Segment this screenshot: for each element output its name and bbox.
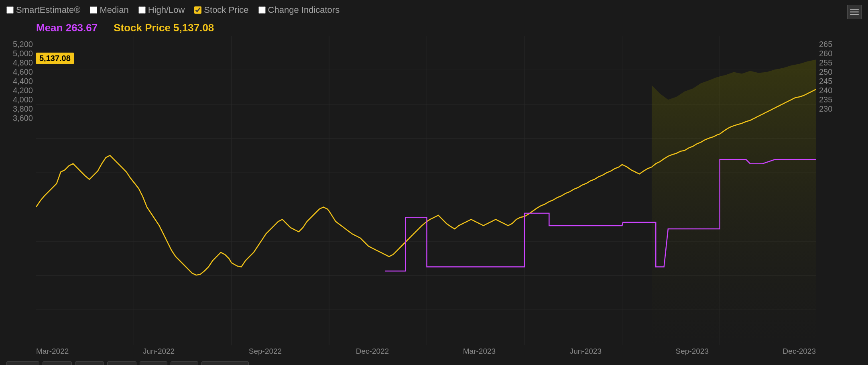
btn-1m[interactable]: 1M: [43, 361, 72, 365]
chart-wrapper: 5,2005,0004,8004,6004,4004,2004,0003,800…: [0, 36, 868, 357]
y-left-tick: 4,600: [3, 67, 33, 77]
x-label-6: Sep-2023: [676, 347, 709, 356]
y-right-tick: 240: [819, 86, 865, 95]
highlow-checkbox[interactable]: [138, 6, 146, 14]
changeindicators-toggle[interactable]: Change Indicators: [258, 5, 340, 15]
smartestimate-toggle[interactable]: SmartEstimate®: [6, 5, 80, 15]
y-left-tick: 4,000: [3, 95, 33, 104]
y-right-tick: 255: [819, 58, 865, 67]
btn-3m[interactable]: 3M: [75, 361, 104, 365]
y-left-tick: 3,600: [3, 114, 33, 123]
y-left-tick: 4,800: [3, 58, 33, 67]
svg-marker-18: [652, 60, 816, 345]
y-right-tick: 235: [819, 95, 865, 104]
y-right-tick: 245: [819, 77, 865, 86]
btn-6m[interactable]: 6M: [107, 361, 136, 365]
chart-area: [36, 36, 816, 345]
legend-mean: Mean 263.67: [36, 22, 98, 34]
btn-1y[interactable]: 1Y: [140, 361, 167, 365]
median-label: Median: [100, 5, 128, 15]
svg-rect-2: [850, 14, 859, 15]
y-right-tick: 230: [819, 104, 865, 114]
mean-value: 263.67: [66, 22, 98, 34]
y-right-tick: 250: [819, 67, 865, 77]
stock-value: 5,137.08: [173, 22, 214, 34]
median-toggle[interactable]: Median: [90, 5, 128, 15]
y-left-tick: 5,000: [3, 49, 33, 58]
changeindicators-label: Change Indicators: [268, 5, 340, 15]
highlow-toggle[interactable]: High/Low: [138, 5, 185, 15]
changeindicators-checkbox[interactable]: [258, 6, 266, 14]
y-right-tick: 265: [819, 40, 865, 49]
y-right-tick: 260: [819, 49, 865, 58]
chart-svg: [36, 36, 816, 345]
x-label-0: Mar-2022: [36, 347, 69, 356]
highlow-label: High/Low: [148, 5, 185, 15]
stockprice-checkbox[interactable]: [194, 6, 201, 14]
btn-custom[interactable]: Custom: [201, 361, 249, 365]
legend-area: Mean 263.67 Stock Price 5,137.08: [0, 20, 868, 36]
legend-stock: Stock Price 5,137.08: [114, 22, 214, 34]
stockprice-label: Stock Price: [204, 5, 248, 15]
chart-container: SmartEstimate® Median High/Low Stock Pri…: [0, 0, 868, 365]
y-left-tick: 4,200: [3, 86, 33, 95]
x-label-5: Jun-2023: [570, 347, 602, 356]
btn-15d[interactable]: 15D: [6, 361, 39, 365]
median-checkbox[interactable]: [90, 6, 97, 14]
settings-button[interactable]: [847, 5, 862, 19]
stockprice-toggle[interactable]: Stock Price: [194, 5, 248, 15]
bottom-controls: 15D 1M 3M 6M 1Y 2Y Custom: [0, 357, 868, 365]
y-axis-right: 265260255250245240235230: [816, 36, 868, 126]
mean-label: Mean: [36, 22, 63, 34]
y-left-tick: 3,800: [3, 104, 33, 114]
y-left-tick: 4,400: [3, 77, 33, 86]
svg-rect-1: [850, 12, 859, 13]
x-label-1: Jun-2022: [143, 347, 175, 356]
current-price-badge: 5,137.08: [36, 53, 74, 64]
x-axis: Mar-2022 Jun-2022 Sep-2022 Dec-2022 Mar-…: [36, 345, 816, 357]
btn-2y[interactable]: 2Y: [171, 361, 198, 365]
x-label-4: Mar-2023: [463, 347, 496, 356]
smartestimate-label: SmartEstimate®: [16, 5, 80, 15]
y-left-tick: 5,200: [3, 40, 33, 49]
x-label-3: Dec-2022: [356, 347, 389, 356]
stock-label: Stock Price: [114, 22, 171, 34]
svg-rect-0: [850, 9, 859, 10]
x-label-7: Dec-2023: [783, 347, 816, 356]
x-label-2: Sep-2022: [249, 347, 282, 356]
toolbar: SmartEstimate® Median High/Low Stock Pri…: [0, 0, 868, 20]
smartestimate-checkbox[interactable]: [6, 6, 14, 14]
y-axis-left: 5,2005,0004,8004,6004,4004,2004,0003,800…: [0, 36, 36, 135]
